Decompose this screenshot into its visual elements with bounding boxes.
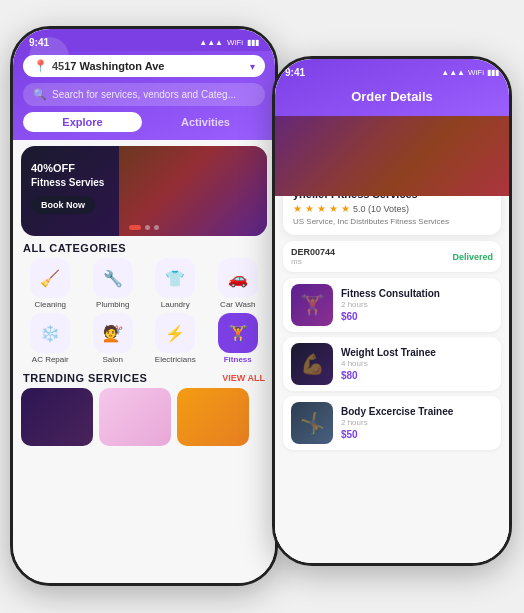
laundry-label: Laundry xyxy=(161,300,190,309)
service-info-card: ynelief Fitness Services ★ ★ ★ ★ ★ 5.0 (… xyxy=(283,196,501,235)
tabs-row: Explore Activities xyxy=(23,112,265,132)
body-item-info: Body Excercise Trainee 2 hours $50 xyxy=(341,406,493,440)
dot-2 xyxy=(145,225,150,230)
weight-item-image: 💪 xyxy=(291,343,333,385)
weight-svc-price: $80 xyxy=(341,370,493,381)
carwash-icon: 🚗 xyxy=(228,269,248,288)
service-item-body[interactable]: 🤸 Body Excercise Trainee 2 hours $50 xyxy=(283,396,501,450)
view-all-button[interactable]: VIEW ALL xyxy=(222,373,265,383)
fitness-item-image: 🏋️ xyxy=(291,284,333,326)
salon-label: Salon xyxy=(103,355,123,364)
plumbing-label: Plumbing xyxy=(96,300,129,309)
body-person-icon: 🤸 xyxy=(291,402,333,444)
category-fitness[interactable]: 🏋️ Fitness xyxy=(209,313,268,364)
acrepair-icon: ❄️ xyxy=(40,324,60,343)
fitness-svc-name: Fitness Consultation xyxy=(341,288,493,299)
electricians-icon: ⚡ xyxy=(165,324,185,343)
order-info: DER00744 ms xyxy=(291,247,335,266)
star-1: ★ xyxy=(293,203,302,214)
fitness-person-icon: 🏋️ xyxy=(291,284,333,326)
category-carwash[interactable]: 🚗 Car Wash xyxy=(209,258,268,309)
service-item-fitness[interactable]: 🏋️ Fitness Consultation 2 hours $60 xyxy=(283,278,501,332)
order-sub: ms xyxy=(291,257,335,266)
fitness-icon-wrap: 🏋️ xyxy=(218,313,258,353)
weight-item-info: Weight Lost Trainee 4 hours $80 xyxy=(341,347,493,381)
stars-row: ★ ★ ★ ★ ★ 5.0 (10 Votes) xyxy=(293,203,491,214)
laundry-icon-wrap: 👕 xyxy=(155,258,195,298)
right-status-bar: 9:41 ▲▲▲ WiFi ▮▮▮ xyxy=(285,63,499,81)
fitness-label: Fitness xyxy=(224,355,252,364)
trending-card-3[interactable] xyxy=(177,388,249,446)
electricians-icon-wrap: ⚡ xyxy=(155,313,195,353)
fitness-item-info: Fitness Consultation 2 hours $60 xyxy=(341,288,493,322)
dot-3 xyxy=(154,225,159,230)
category-electricians[interactable]: ⚡ Electricians xyxy=(146,313,205,364)
delivered-badge: Delivered xyxy=(452,252,493,262)
right-screen: 9:41 ▲▲▲ WiFi ▮▮▮ Order Details ynelief … xyxy=(275,59,509,563)
wifi-icon: WiFi xyxy=(227,38,243,47)
rating-text: 5.0 (10 Votes) xyxy=(353,204,409,214)
address-text: 4517 Washington Ave xyxy=(52,60,246,72)
left-screen: 9:41 ▲▲▲ WiFi ▮▮▮ 📍 4517 Washington Ave … xyxy=(13,29,275,583)
left-status-icons: ▲▲▲ WiFi ▮▮▮ xyxy=(199,38,259,47)
signal-icon: ▲▲▲ xyxy=(199,38,223,47)
cleaning-icon-wrap: 🧹 xyxy=(30,258,70,298)
service-item-weight[interactable]: 💪 Weight Lost Trainee 4 hours $80 xyxy=(283,337,501,391)
plumbing-icon: 🔧 xyxy=(103,269,123,288)
acrepair-label: AC Repair xyxy=(32,355,69,364)
fitness-icon: 🏋️ xyxy=(228,324,248,343)
right-status-time: 9:41 xyxy=(285,67,305,78)
tab-explore[interactable]: Explore xyxy=(23,112,142,132)
banner-dots xyxy=(129,225,159,230)
dot-1 xyxy=(129,225,141,230)
trending-card-1[interactable] xyxy=(21,388,93,446)
fitness-svc-price: $60 xyxy=(341,311,493,322)
trending-section-header: TRENDING SERVICES VIEW ALL xyxy=(13,368,275,388)
star-5: ★ xyxy=(341,203,350,214)
laundry-icon: 👕 xyxy=(165,269,185,288)
plumbing-icon-wrap: 🔧 xyxy=(93,258,133,298)
search-placeholder: Search for services, vendors and Categ..… xyxy=(52,89,236,100)
weight-svc-name: Weight Lost Trainee xyxy=(341,347,493,358)
right-wifi-icon: WiFi xyxy=(468,68,484,77)
star-3: ★ xyxy=(317,203,326,214)
carwash-icon-wrap: 🚗 xyxy=(218,258,258,298)
trending-card-2[interactable] xyxy=(99,388,171,446)
all-categories-title: ALL CATEGORIES xyxy=(13,236,275,256)
salon-icon-wrap: 💇 xyxy=(93,313,133,353)
category-salon[interactable]: 💇 Salon xyxy=(84,313,143,364)
left-phone: 9:41 ▲▲▲ WiFi ▮▮▮ 📍 4517 Washington Ave … xyxy=(10,26,278,586)
search-icon: 🔍 xyxy=(33,88,47,101)
banner-discount: 40%OFF xyxy=(31,156,104,177)
right-status-icons: ▲▲▲ WiFi ▮▮▮ xyxy=(441,68,499,77)
battery-icon: ▮▮▮ xyxy=(247,38,259,47)
chevron-down-icon: ▾ xyxy=(250,61,255,72)
cleaning-icon: 🧹 xyxy=(40,269,60,288)
order-id: DER00744 xyxy=(291,247,335,257)
category-plumbing[interactable]: 🔧 Plumbing xyxy=(84,258,143,309)
book-now-button[interactable]: Book Now xyxy=(31,196,95,214)
weight-person-icon: 💪 xyxy=(291,343,333,385)
right-phone: 9:41 ▲▲▲ WiFi ▮▮▮ Order Details ynelief … xyxy=(272,56,512,566)
acrepair-icon-wrap: ❄️ xyxy=(30,313,70,353)
order-row: DER00744 ms Delivered xyxy=(283,241,501,272)
search-bar[interactable]: 🔍 Search for services, vendors and Categ… xyxy=(23,83,265,106)
category-laundry[interactable]: 👕 Laundry xyxy=(146,258,205,309)
weight-svc-duration: 4 hours xyxy=(341,359,493,368)
tab-activities[interactable]: Activities xyxy=(146,112,265,132)
category-cleaning[interactable]: 🧹 Cleaning xyxy=(21,258,80,309)
category-acrepair[interactable]: ❄️ AC Repair xyxy=(21,313,80,364)
body-svc-name: Body Excercise Trainee xyxy=(341,406,493,417)
body-svc-price: $50 xyxy=(341,429,493,440)
right-header: 9:41 ▲▲▲ WiFi ▮▮▮ Order Details xyxy=(275,59,509,116)
electricians-label: Electricians xyxy=(155,355,196,364)
trending-row xyxy=(13,388,275,446)
right-content: ynelief Fitness Services ★ ★ ★ ★ ★ 5.0 (… xyxy=(275,196,509,563)
body-item-image: 🤸 xyxy=(291,402,333,444)
banner-bg-image xyxy=(119,146,267,236)
categories-grid: 🧹 Cleaning 🔧 Plumbing 👕 Laundry 🚗 Car Wa… xyxy=(13,256,275,368)
salon-icon: 💇 xyxy=(103,324,123,343)
star-2: ★ xyxy=(305,203,314,214)
right-battery-icon: ▮▮▮ xyxy=(487,68,499,77)
carwash-label: Car Wash xyxy=(220,300,255,309)
